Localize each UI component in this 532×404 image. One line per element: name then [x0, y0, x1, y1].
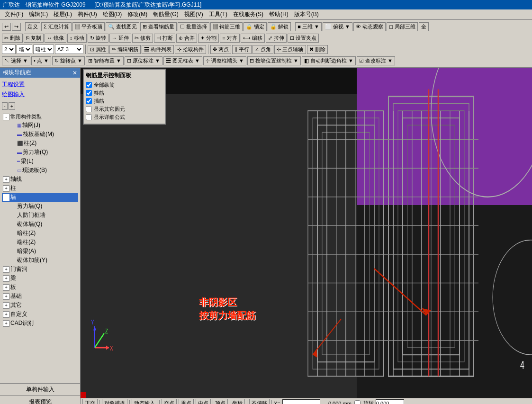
tree-item-civildefwall[interactable]: 人防门框墙 — [9, 211, 78, 220]
btn-extend[interactable]: → 延伸 — [109, 34, 131, 43]
tree-expand-beam2[interactable]: + — [3, 275, 9, 282]
tree-expand-custom[interactable]: + — [3, 311, 9, 318]
menu-help[interactable]: 帮助(H) — [266, 9, 291, 19]
tree-expand-foundation[interactable]: + — [3, 293, 9, 300]
tree-item-endcol[interactable]: 端柱(Z) — [9, 238, 78, 247]
btn-redo[interactable]: ↪ — [12, 23, 21, 31]
btn-single-comp[interactable]: 单构件输入 — [0, 384, 80, 396]
btn-vertex[interactable]: 顶点 — [213, 399, 228, 404]
btn-set-grip[interactable]: ⊡ 设置夹点 — [288, 34, 319, 43]
btn-stretch[interactable]: ⤢ 拉伸 — [266, 34, 287, 43]
rebar-panel-item-3[interactable]: 插筋 — [86, 98, 163, 105]
tree-item-hidcol[interactable]: 暗柱(Z) — [9, 229, 78, 238]
cb-show-formula[interactable] — [86, 114, 92, 120]
select-name[interactable]: AZ-3 — [55, 45, 83, 54]
btn-offset[interactable]: ⟷ 编移 — [241, 34, 265, 43]
btn-find-elem[interactable]: 🔍 查找图元 — [106, 22, 139, 31]
menu-view[interactable]: 视图(V) — [181, 9, 206, 19]
tree-item-masonrywall[interactable]: 砌体墙(Q) — [9, 220, 78, 229]
menu-modify[interactable]: 修改(M) — [125, 9, 150, 19]
btn-unlock[interactable]: 🔓 解锁 — [268, 22, 291, 31]
cb-all-longit[interactable] — [86, 82, 92, 88]
link-draw-input[interactable]: 绘图输入 — [2, 90, 78, 99]
btn-all[interactable]: 全 — [419, 22, 429, 31]
tree-expand-axisline[interactable]: + — [3, 176, 9, 183]
btn-report-preview[interactable]: 报表预览 — [0, 396, 80, 404]
btn-three-point[interactable]: ⊹ 三点辅轴 — [274, 45, 306, 54]
tree-expand-column[interactable]: + — [3, 185, 9, 192]
cb-rotate[interactable] — [354, 400, 361, 404]
rebar-panel-item-1[interactable]: 全部纵筋 — [86, 81, 163, 89]
btn-break[interactable]: ⊣ 打断 — [154, 34, 175, 43]
btn-edit-rebar[interactable]: ✏ 编辑钢筋 — [109, 45, 141, 54]
btn-parallel[interactable]: ∥ 平行 — [232, 45, 252, 54]
menu-floor[interactable]: 楼层(L) — [51, 9, 75, 19]
btn-dynamic-obs[interactable]: 👁 动态观察 — [353, 22, 386, 31]
menu-draw[interactable]: 绘图(D) — [100, 9, 125, 19]
btn-lock[interactable]: 🔒 锁定 — [243, 22, 267, 31]
btn-property[interactable]: ⊡ 属性 — [88, 45, 108, 54]
tree-expand-cad[interactable]: + — [3, 320, 9, 327]
btn-two-point[interactable]: ✤ 两点 — [210, 45, 231, 54]
btn-ortho[interactable]: 正交 — [82, 399, 98, 404]
btn-top-view[interactable]: ⬜ 俯视 ▼ — [323, 22, 352, 31]
rebar-panel-item-5[interactable]: 显示详细公式 — [86, 114, 163, 121]
btn-adj-col-end[interactable]: ⊹ 调整柱端头 ▼ — [203, 56, 246, 65]
tree-item-other[interactable]: + 其它 — [2, 301, 78, 310]
btn-rotate-point[interactable]: ↻ 旋转点 ▼ — [52, 56, 85, 65]
tree-item-slab[interactable]: ▭ 现浇板(B) — [9, 166, 78, 175]
menu-edit[interactable]: 编辑(E) — [26, 9, 51, 19]
tree-item-shearwall[interactable]: ▬ 剪力墙(Q) — [9, 148, 78, 157]
btn-local-3d[interactable]: ◻ 局部三维 — [387, 22, 418, 31]
rebar-panel-item-4[interactable]: 显示其它圆元 — [86, 106, 163, 113]
cb-insert[interactable] — [86, 98, 92, 104]
btn-point-angle[interactable]: ∠ 点角 — [252, 45, 273, 54]
tree-item-axis[interactable]: ▦ 轴网(J) — [9, 121, 78, 130]
tree-item-axisline[interactable]: + 轴线 — [2, 175, 78, 184]
btn-define[interactable]: 定义 — [25, 22, 40, 31]
btn-point[interactable]: • 点 ▼ — [31, 56, 51, 65]
menu-file[interactable]: 文件(F) — [2, 9, 26, 19]
btn-midpt[interactable]: 中点 — [196, 399, 211, 404]
btn-split[interactable]: ✦ 分割 — [198, 34, 219, 43]
tree-item-col[interactable]: ⬛ 柱(Z) — [9, 139, 78, 148]
tree-item-column[interactable]: + 柱 — [2, 184, 78, 193]
nav-close[interactable]: ✕ — [72, 70, 77, 76]
btn-obj-snap[interactable]: 对象捕捉 — [102, 399, 127, 404]
btn-col-by-wall[interactable]: ⊟ 按墙位置丝制柱 ▼ — [247, 56, 301, 65]
cb-show-other[interactable] — [86, 106, 92, 112]
tree-collapse-all[interactable]: - — [2, 102, 8, 110]
btn-smart-layout[interactable]: ⊞ 智能布置 ▼ — [86, 56, 124, 65]
tree-expand-common[interactable]: - — [3, 114, 9, 120]
btn-rotate[interactable]: ↻ 旋转 — [88, 34, 108, 43]
tree-expand-other[interactable]: + — [3, 302, 9, 309]
tree-item-wall[interactable]: - 墙 — [2, 193, 78, 202]
select-type[interactable]: 墙 — [17, 45, 32, 54]
btn-level-top[interactable]: ▦ 平齐板顶 — [72, 22, 105, 31]
menu-tools[interactable]: 工具(T) — [206, 9, 230, 19]
tree-expand-doorwin[interactable]: + — [3, 266, 9, 273]
tree-item-shearwall2[interactable]: 剪力墙(Q) — [9, 202, 78, 211]
btn-copy[interactable]: ⎘ 复制 — [24, 34, 44, 43]
tree-item-masonryrebar[interactable]: 砌体加筋(Y) — [9, 256, 78, 265]
btn-select[interactable]: ↖ 选择 ▼ — [2, 56, 30, 65]
menu-online[interactable]: 在线服务(S) — [230, 9, 266, 19]
btn-col-table[interactable]: ☰ 图元柱表 ▼ — [163, 56, 202, 65]
tree-item-raft[interactable]: ▬ 筏板基础(M) — [9, 130, 78, 139]
tree-item-hidbeam[interactable]: 暗梁(A) — [9, 247, 78, 256]
cb-stirrup[interactable] — [86, 90, 92, 96]
btn-comp-list[interactable]: ☰ 构件列表 — [142, 45, 174, 54]
menu-version[interactable]: 版本号(B) — [291, 9, 322, 19]
tree-item-slab2[interactable]: + 板 — [2, 283, 78, 292]
btn-auto-corner[interactable]: ◧ 自动判断边角柱 ▼ — [302, 56, 356, 65]
btn-check-label[interactable]: ☑ 查改标注 ▼ — [357, 56, 395, 65]
tree-item-beam2[interactable]: + 梁 — [2, 274, 78, 283]
tree-item-common[interactable]: - 常用构件类型 — [2, 113, 78, 121]
tree-item-doorwin[interactable]: + 门窗洞 — [2, 265, 78, 274]
tree-item-cad[interactable]: + CAD识别 — [2, 319, 78, 328]
select-layer[interactable]: 2 — [2, 45, 16, 54]
tree-item-beam[interactable]: ━ 梁(L) — [9, 157, 78, 166]
btn-coord[interactable]: 坐标 — [230, 399, 245, 404]
btn-rebar-3d[interactable]: ▦ 钢筋三维 — [210, 22, 243, 31]
tree-expand-slab2[interactable]: + — [3, 284, 9, 291]
